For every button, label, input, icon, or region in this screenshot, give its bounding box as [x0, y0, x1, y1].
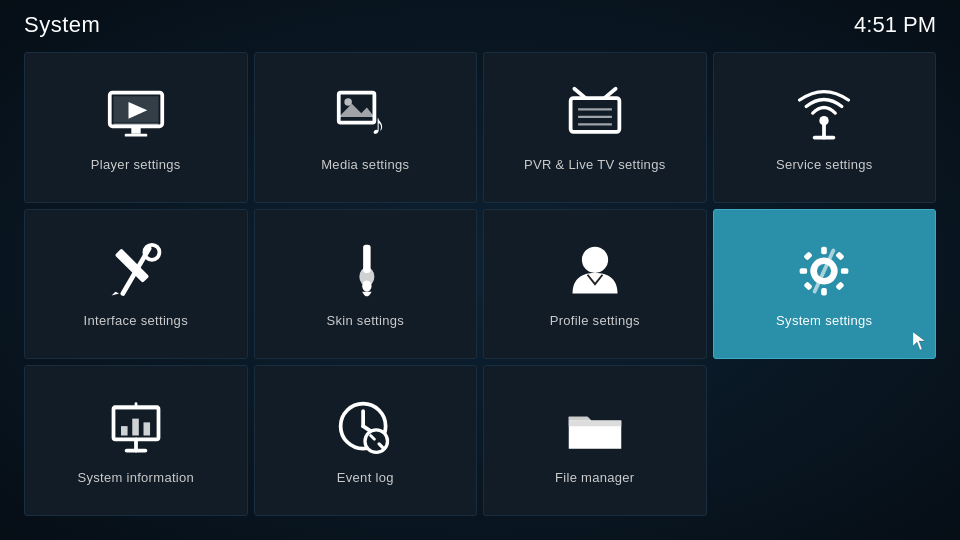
event-log-label: Event log [337, 470, 394, 485]
svg-rect-40 [132, 419, 139, 436]
tile-skin-settings[interactable]: Skin settings [254, 209, 478, 360]
header: System 4:51 PM [0, 0, 960, 46]
tile-system-information[interactable]: System information [24, 365, 248, 516]
tile-player-settings[interactable]: Player settings [24, 52, 248, 203]
tile-media-settings[interactable]: ♪ Media settings [254, 52, 478, 203]
service-settings-label: Service settings [776, 157, 873, 172]
svg-rect-29 [821, 288, 827, 296]
pvr-icon [563, 83, 627, 147]
svg-text:♪: ♪ [371, 109, 385, 140]
svg-rect-3 [131, 126, 140, 134]
svg-rect-33 [836, 252, 845, 261]
player-settings-label: Player settings [91, 157, 181, 172]
cursor-icon [913, 332, 925, 350]
player-icon [104, 83, 168, 147]
interface-settings-label: Interface settings [84, 313, 188, 328]
page-title: System [24, 12, 100, 38]
svg-rect-34 [804, 282, 813, 291]
empty-tile [713, 365, 937, 516]
svg-rect-39 [121, 426, 128, 435]
svg-rect-6 [339, 92, 375, 122]
filemanager-icon [563, 396, 627, 460]
profile-settings-label: Profile settings [550, 313, 640, 328]
media-icon: ♪ [333, 83, 397, 147]
profile-icon [563, 239, 627, 303]
svg-rect-31 [841, 269, 849, 275]
tile-service-settings[interactable]: Service settings [713, 52, 937, 203]
service-icon [792, 83, 856, 147]
tile-interface-settings[interactable]: Interface settings [24, 209, 248, 360]
interface-icon [104, 239, 168, 303]
file-manager-label: File manager [555, 470, 634, 485]
svg-rect-30 [800, 269, 808, 275]
tile-file-manager[interactable]: File manager [483, 365, 707, 516]
tile-pvr-settings[interactable]: PVR & Live TV settings [483, 52, 707, 203]
pvr-settings-label: PVR & Live TV settings [524, 157, 665, 172]
svg-point-26 [582, 247, 608, 273]
system-page: System 4:51 PM Play [0, 0, 960, 540]
tile-event-log[interactable]: Event log [254, 365, 478, 516]
skin-icon [333, 239, 397, 303]
skin-settings-label: Skin settings [326, 313, 404, 328]
svg-marker-37 [913, 332, 925, 350]
sysinfo-icon [104, 396, 168, 460]
svg-rect-10 [570, 98, 619, 132]
svg-point-25 [362, 281, 371, 292]
svg-rect-41 [143, 423, 150, 436]
svg-marker-8 [339, 104, 375, 117]
tile-profile-settings[interactable]: Profile settings [483, 209, 707, 360]
tile-system-settings[interactable]: System settings [713, 209, 937, 360]
svg-point-7 [345, 98, 353, 106]
svg-rect-28 [821, 247, 827, 255]
svg-rect-35 [836, 282, 845, 291]
svg-rect-4 [125, 134, 148, 137]
system-information-label: System information [77, 470, 194, 485]
settings-grid: Player settings ♪ Media settings [0, 46, 960, 532]
system-settings-label: System settings [776, 313, 872, 328]
system-settings-icon [792, 239, 856, 303]
eventlog-icon [333, 396, 397, 460]
svg-line-36 [815, 251, 834, 292]
svg-marker-20 [111, 292, 119, 296]
svg-rect-32 [804, 252, 813, 261]
media-settings-label: Media settings [321, 157, 409, 172]
clock: 4:51 PM [854, 12, 936, 38]
